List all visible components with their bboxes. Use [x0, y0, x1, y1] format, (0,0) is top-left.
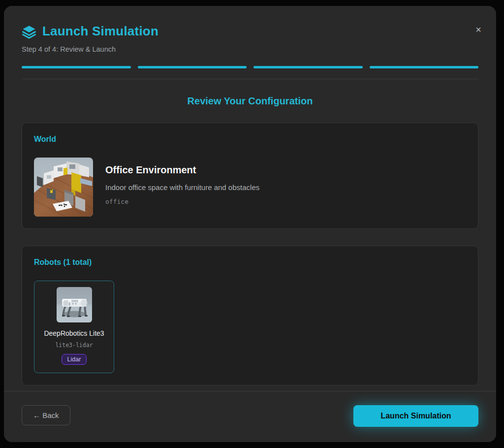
back-button[interactable]: ← Back [22, 405, 70, 425]
robot-card[interactable]: DeepRobotics Lite3 lite3-lidar Lidar [34, 281, 114, 373]
robots-section-title: Robots (1 total) [34, 258, 466, 267]
progress-bar [22, 66, 478, 68]
modal-title: Launch Simulation [42, 24, 158, 39]
progress-segment [22, 66, 131, 68]
launch-simulation-modal: × Launch Simulation Step 4 of 4: Review … [4, 6, 496, 442]
world-thumbnail [34, 158, 93, 217]
step-indicator: Step 4 of 4: Review & Launch [22, 45, 478, 53]
progress-segment [370, 66, 479, 68]
world-section-title: World [34, 135, 466, 144]
world-card: World [22, 123, 478, 229]
world-name: Office Environment [105, 164, 259, 176]
robots-card: Robots (1 total) [22, 246, 478, 385]
review-heading: Review Your Configuration [4, 96, 496, 107]
robot-thumbnail [57, 287, 92, 322]
layers-icon [22, 24, 36, 39]
lidar-badge: Lidar [62, 354, 87, 365]
modal-header: Launch Simulation Step 4 of 4: Review & … [4, 6, 496, 79]
robot-name: DeepRobotics Lite3 [44, 329, 104, 337]
launch-simulation-button[interactable]: Launch Simulation [353, 405, 478, 427]
world-id: office [105, 198, 259, 205]
progress-segment [138, 66, 247, 68]
robot-id: lite3-lidar [55, 342, 93, 349]
world-description: Indoor office space with furniture and o… [105, 183, 259, 192]
modal-footer: ← Back Launch Simulation [4, 391, 496, 442]
header-divider [22, 79, 478, 79]
progress-segment [253, 66, 363, 68]
